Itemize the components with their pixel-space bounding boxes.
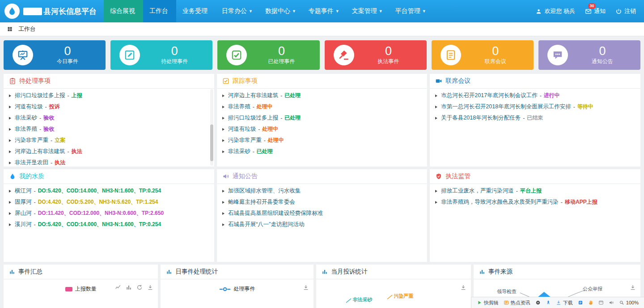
stat-card-pending-events[interactable]: 0待处理事件 xyxy=(110,40,212,70)
list-item[interactable]: 河岸边上有非法建筑 - 已处理 xyxy=(217,90,428,101)
list-item[interactable]: 鲍峰庭主持召开县委常委会 xyxy=(217,197,428,208)
list-item[interactable]: 排污口垃圾过多上报 - 已处理 xyxy=(217,112,428,124)
bar-chart-icon xyxy=(322,269,328,275)
stat-card-enforcement-events[interactable]: 0执法事件 xyxy=(325,40,427,70)
list-item[interactable]: 屏山河 - DO:11.420、COD:12.000、NH3-N:0.600、T… xyxy=(4,208,214,219)
list-item[interactable]: 固厚河 - DO:4.420、COD:5.200、NH3-N:5.620、TP:… xyxy=(4,197,214,208)
stat-card-announcements[interactable]: 0通知公告 xyxy=(538,40,640,70)
todo-list: 排污口垃圾过多上报 - 上报 河道有垃圾 - 投诉 非法采砂 xyxy=(4,89,214,167)
nav-item[interactable]: 综合展视 xyxy=(104,0,143,22)
arrow-icon xyxy=(435,117,437,120)
pie-label[interactable]: 非法采砂 xyxy=(346,296,372,303)
download-icon[interactable] xyxy=(630,284,636,291)
nav-item[interactable]: 平台管理 ▼ xyxy=(389,0,432,22)
chevron-down-icon: ▼ xyxy=(422,9,426,13)
disc-icon[interactable] xyxy=(535,300,541,305)
list-item[interactable]: 非法养殖鸡，导致河水颜色及水质受到严重污染 - 移动APP上报 xyxy=(430,197,640,208)
arrow-icon xyxy=(222,128,225,131)
download-manager-button[interactable]: 下载 xyxy=(556,299,573,306)
list-item[interactable]: 石城县提高基层组织建设经费保障标准 xyxy=(217,208,428,219)
chevron-down-icon: ▼ xyxy=(379,9,383,13)
arrow-icon xyxy=(9,223,11,226)
chart-body: 非法采砂 污染严重 xyxy=(316,279,470,308)
nav-item[interactable]: 文案管理 ▼ xyxy=(346,0,389,22)
list-item[interactable]: 排放工业废水，严重污染河道 - 平台上报 xyxy=(430,185,640,197)
hot-news-button[interactable]: 热点资讯 xyxy=(504,299,530,306)
list-item[interactable]: 排污口垃圾过多上报 - 上报 xyxy=(4,90,214,101)
app-root: 县河长信息平台 综合展视 工作台 业务受理 xyxy=(0,0,644,308)
speaker-volume-icon[interactable] xyxy=(609,300,614,305)
list-item[interactable]: 河道有垃圾 - 处理中 xyxy=(217,124,428,135)
list-item[interactable]: 非法采砂 - 已处理 xyxy=(217,146,428,157)
chart-toolbox xyxy=(115,284,153,291)
list-item[interactable]: 关于各县2018年河长制分配任务 - 已结束 xyxy=(430,112,640,124)
series-label-public-report[interactable]: 公众举报 xyxy=(583,286,602,292)
notifications-button[interactable]: 30 通知 xyxy=(585,7,606,15)
nav-item[interactable]: 工作台 xyxy=(143,0,176,22)
nav-item[interactable]: 数据中心 ▼ xyxy=(259,0,302,22)
scrollbar-thumb[interactable] xyxy=(210,124,213,161)
water-values: DO:11.420、COD:12.000、NH3-N:0.600、TP:2.65… xyxy=(38,210,164,217)
arrow-icon xyxy=(9,201,11,204)
status-badge: 验收 xyxy=(43,125,54,133)
bar-chart-icon xyxy=(166,269,172,275)
series-label-leader-inspection[interactable]: 领导检查 xyxy=(497,288,517,295)
list-item[interactable]: 非法开垦农田 - 执法 xyxy=(4,157,214,167)
list-item[interactable]: 非法采砂 - 验收 xyxy=(4,112,214,124)
nav-item[interactable]: 日常办公 ▼ xyxy=(216,0,259,22)
todo-scrollbar[interactable] xyxy=(210,89,213,166)
list-item[interactable]: 污染非常严重 - 立案 xyxy=(4,135,214,146)
arrow-icon xyxy=(222,150,225,153)
status-badge: 立案 xyxy=(55,137,65,144)
pie-label[interactable]: 污染严重 xyxy=(387,293,413,299)
download-icon[interactable] xyxy=(460,284,466,291)
quick-edit-button[interactable]: 快剪辑 xyxy=(477,299,499,306)
stat-card-joint-meetings[interactable]: 0联席会议 xyxy=(432,40,534,70)
list-item[interactable]: 非法养殖 - 处理中 xyxy=(217,101,428,112)
list-item[interactable]: 加强区域排水管理、污水收集 xyxy=(217,185,428,197)
list-item[interactable]: 非法养殖 - 验收 xyxy=(4,124,214,135)
list-item[interactable]: 溪川河 - DO:5.420、COD:14.000、NH3-N:1.600、TP… xyxy=(4,219,214,230)
list-item[interactable]: 污染非常严重 - 处理中 xyxy=(217,135,428,146)
grid-menu-icon[interactable] xyxy=(7,26,13,32)
panel-tracking: 跟踪事项 河岸边上有非法建筑 - 已处理 非法养殖 - 处理 xyxy=(217,74,428,167)
legend-swatch xyxy=(65,287,72,291)
stat-card-today-events[interactable]: 0今日事件 xyxy=(4,40,106,70)
stat-card-processed-events[interactable]: 0已处理事件 xyxy=(217,40,319,70)
rocket-icon[interactable] xyxy=(546,300,551,305)
chat-bubble-icon xyxy=(547,45,568,65)
nav-item[interactable]: 专题事件 ▼ xyxy=(302,0,346,22)
list-item[interactable]: 横江河 - DO:5.420、COD:14.000、NH3-N:1.600、TP… xyxy=(4,185,214,197)
line-marker-icon xyxy=(219,287,231,292)
power-icon xyxy=(615,8,622,15)
logout-button[interactable]: 注销 xyxy=(615,7,636,15)
nav-item[interactable]: 业务受理 xyxy=(176,0,216,22)
stat-value: 0 xyxy=(33,45,102,57)
window-icon[interactable] xyxy=(598,300,604,305)
hand-icon[interactable] xyxy=(588,300,593,305)
list-item[interactable]: 市第一总河长召开2018年底河长制全面展示工作安排 - 等待中 xyxy=(430,101,640,112)
list-item[interactable]: 河道有垃圾 - 投诉 xyxy=(4,101,214,112)
bar-chart-toggle-icon[interactable] xyxy=(126,284,132,291)
download-icon[interactable] xyxy=(147,284,153,291)
news-icon xyxy=(504,300,509,305)
refresh-icon[interactable] xyxy=(136,284,143,291)
notes-icon xyxy=(441,45,461,65)
breadcrumb: 工作台 xyxy=(0,22,644,36)
download-icon[interactable] xyxy=(303,284,309,291)
stat-label: 通知公告 xyxy=(568,58,637,65)
list-item[interactable]: 石城县开展“八一”走访慰问活动 xyxy=(217,219,428,230)
status-badge: 进行中 xyxy=(544,92,560,99)
stat-value: 0 xyxy=(568,45,637,57)
chart-legend[interactable]: 处理事件 xyxy=(161,279,314,293)
welcome-user[interactable]: 欢迎您 杨兵 xyxy=(535,7,575,15)
line-chart-toggle-icon[interactable] xyxy=(115,284,121,291)
zoom-control[interactable]: 100% xyxy=(619,300,639,305)
brand-title-text: 县河长信息平台 xyxy=(43,6,97,17)
shield-icon xyxy=(435,173,442,180)
status-badge: 执法 xyxy=(55,159,65,167)
list-item[interactable]: 河岸边上有非法建筑 - 执法 xyxy=(4,146,214,157)
pp-assistant-icon[interactable] xyxy=(578,300,583,305)
stat-cards-row: 0今日事件 0待处理事件 0已处理事件 0执法事件 0联席会议 0通知公告 xyxy=(0,36,644,74)
list-item[interactable]: 市总河长召开2017年底河长制会议工作 - 进行中 xyxy=(430,90,640,101)
